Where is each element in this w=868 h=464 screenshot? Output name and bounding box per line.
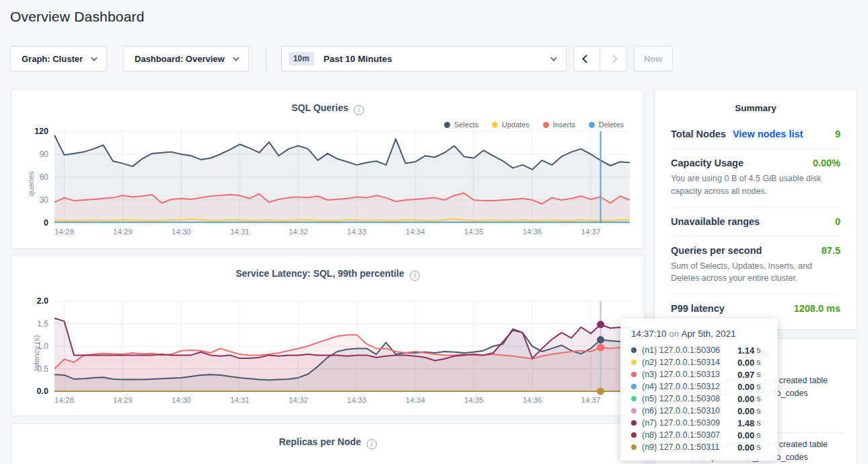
time-nav bbox=[573, 46, 627, 71]
node-latency-value: 0.00 bbox=[737, 430, 754, 440]
chart-title: SQL Queries bbox=[291, 102, 349, 113]
chart-title: Replicas per Node bbox=[279, 436, 361, 447]
summary-label: Capacity Usage bbox=[671, 158, 744, 168]
summary-description: You are using 0 B of 4.5 GiB usable disk… bbox=[671, 172, 840, 198]
summary-value: 9 bbox=[835, 129, 840, 139]
svg-text:14:35: 14:35 bbox=[464, 396, 484, 404]
summary-description: Sum of Selects, Updates, Inserts, and De… bbox=[671, 260, 840, 286]
service-latency-panel: Service Latency: SQL, 99th percentilei l… bbox=[11, 255, 645, 416]
chart-title: Service Latency: SQL, 99th percentile bbox=[236, 268, 404, 279]
node-address: (n7) 127.0.0.1:50309 bbox=[642, 418, 737, 428]
svg-text:14:28: 14:28 bbox=[55, 396, 74, 404]
time-range-badge: 10m bbox=[289, 52, 314, 65]
tooltip-node-row: (n3) 127.0.0.1:503130.97s bbox=[631, 368, 767, 380]
svg-text:14:32: 14:32 bbox=[289, 228, 308, 236]
summary-row: Capacity Usage0.00%You are using 0 B of … bbox=[671, 148, 840, 207]
node-address: (n1) 127.0.0.1:50306 bbox=[642, 345, 737, 355]
node-address: (n2) 127.0.0.1:50314 bbox=[642, 358, 737, 367]
svg-text:14:33: 14:33 bbox=[347, 396, 367, 404]
svg-text:14:36: 14:36 bbox=[523, 396, 542, 404]
node-latency-value: 0.00 bbox=[737, 406, 754, 416]
node-address: (n8) 127.0.0.1:50307 bbox=[642, 430, 737, 440]
node-color-dot bbox=[631, 432, 637, 438]
svg-text:0: 0 bbox=[44, 218, 48, 228]
toolbar-divider bbox=[266, 46, 266, 71]
replicas-per-node-panel: Replicas per Nodei bbox=[11, 423, 645, 464]
svg-text:14:30: 14:30 bbox=[172, 396, 191, 404]
svg-text:120: 120 bbox=[34, 127, 48, 136]
summary-value: 0 bbox=[835, 216, 840, 227]
node-address: (n5) 127.0.0.1:50308 bbox=[642, 394, 737, 403]
node-color-dot bbox=[631, 408, 637, 413]
dashboard-dropdown[interactable]: Dashboard: Overview bbox=[123, 46, 249, 71]
tooltip-node-row: (n9) 127.0.0.1:503110.00s bbox=[631, 441, 767, 453]
dashboard-dropdown-label: Dashboard: Overview bbox=[135, 54, 225, 64]
svg-text:14:31: 14:31 bbox=[230, 396, 250, 404]
node-latency-value: 0.97 bbox=[737, 370, 754, 380]
page-title: Overview Dashboard bbox=[10, 9, 145, 25]
svg-text:14:31: 14:31 bbox=[230, 228, 250, 236]
node-latency-value: 1.14 bbox=[737, 345, 754, 356]
svg-text:14:33: 14:33 bbox=[347, 228, 367, 236]
svg-text:0.0: 0.0 bbox=[37, 387, 48, 396]
node-latency-value: 0.00 bbox=[737, 382, 754, 392]
node-latency-value: 0.00 bbox=[737, 358, 754, 368]
node-address: (n6) 127.0.0.1:50310 bbox=[642, 406, 737, 416]
node-latency-unit: s bbox=[756, 345, 760, 355]
node-color-dot bbox=[631, 347, 637, 353]
svg-text:14:32: 14:32 bbox=[289, 396, 308, 404]
node-address: (n3) 127.0.0.1:50313 bbox=[642, 370, 737, 379]
chevron-down-icon bbox=[550, 55, 557, 61]
summary-label: P99 latency bbox=[671, 303, 725, 314]
summary-label: Unavailable ranges bbox=[671, 216, 760, 227]
summary-row: Total NodesView nodes list9 bbox=[671, 120, 840, 148]
time-range-label: Past 10 Minutes bbox=[324, 54, 392, 64]
summary-panel: Summary Total NodesView nodes list9Capac… bbox=[654, 89, 857, 330]
node-latency-unit: s bbox=[756, 442, 760, 452]
svg-text:14:37: 14:37 bbox=[581, 228, 601, 236]
svg-text:14:29: 14:29 bbox=[113, 396, 133, 404]
node-latency-unit: s bbox=[756, 406, 760, 416]
svg-text:30: 30 bbox=[40, 195, 49, 205]
sql-queries-chart[interactable]: queries 030609012014:2814:2914:3014:3114… bbox=[20, 127, 636, 240]
node-latency-value: 0.00 bbox=[737, 442, 754, 453]
chart-svg[interactable]: 0.00.51.01.52.014:2814:2914:3014:3114:32… bbox=[20, 297, 636, 406]
view-nodes-list-link[interactable]: View nodes list bbox=[733, 129, 803, 139]
node-latency-value: 1.48 bbox=[737, 418, 754, 428]
chart-hover-tooltip: 14:37:10 on Apr 5th, 2021 (n1) 127.0.0.1… bbox=[620, 319, 778, 461]
node-latency-unit: s bbox=[756, 418, 760, 428]
chart-svg[interactable]: 030609012014:2814:2914:3014:3114:3214:33… bbox=[20, 127, 636, 238]
node-color-dot bbox=[631, 360, 637, 365]
node-latency-unit: s bbox=[756, 382, 760, 391]
service-latency-chart[interactable]: latency (s) 0.00.51.01.52.014:2814:2914:… bbox=[20, 297, 636, 409]
info-icon[interactable]: i bbox=[410, 271, 420, 281]
svg-text:14:35: 14:35 bbox=[464, 228, 484, 236]
node-latency-value: 0.00 bbox=[737, 394, 754, 404]
chevron-left-icon bbox=[582, 55, 591, 63]
svg-text:14:29: 14:29 bbox=[113, 228, 133, 236]
y-axis-label: latency (s) bbox=[32, 335, 40, 370]
chevron-down-icon bbox=[233, 55, 240, 61]
time-range-picker[interactable]: 10m Past 10 Minutes bbox=[281, 46, 567, 71]
sql-queries-panel: SQL Queriesi SelectsUpdatesInsertsDelete… bbox=[11, 89, 645, 249]
tooltip-node-row: (n4) 127.0.0.1:503120.00s bbox=[631, 380, 767, 393]
toolbar: Graph: Cluster Dashboard: Overview 10m P… bbox=[10, 46, 673, 71]
time-back-button[interactable] bbox=[573, 46, 600, 71]
graph-dropdown[interactable]: Graph: Cluster bbox=[10, 46, 107, 71]
tooltip-node-row: (n2) 127.0.0.1:503140.00s bbox=[631, 356, 767, 368]
time-forward-button[interactable] bbox=[600, 46, 627, 71]
tooltip-node-row: (n8) 127.0.0.1:503070.00s bbox=[631, 429, 767, 441]
svg-text:90: 90 bbox=[40, 150, 49, 159]
graph-dropdown-label: Graph: Cluster bbox=[22, 54, 83, 64]
node-color-dot bbox=[631, 396, 637, 401]
tooltip-node-row: (n1) 127.0.0.1:503061.14s bbox=[631, 344, 767, 356]
summary-heading: Summary bbox=[671, 103, 840, 113]
svg-text:1.5: 1.5 bbox=[37, 319, 48, 329]
tooltip-node-row: (n7) 127.0.0.1:503091.48s bbox=[631, 417, 767, 429]
info-icon[interactable]: i bbox=[367, 439, 377, 449]
now-button[interactable]: Now bbox=[634, 46, 673, 71]
info-icon[interactable]: i bbox=[354, 105, 364, 115]
y-axis-label: queries bbox=[27, 171, 35, 197]
node-latency-unit: s bbox=[756, 430, 760, 440]
svg-text:14:30: 14:30 bbox=[172, 228, 191, 236]
